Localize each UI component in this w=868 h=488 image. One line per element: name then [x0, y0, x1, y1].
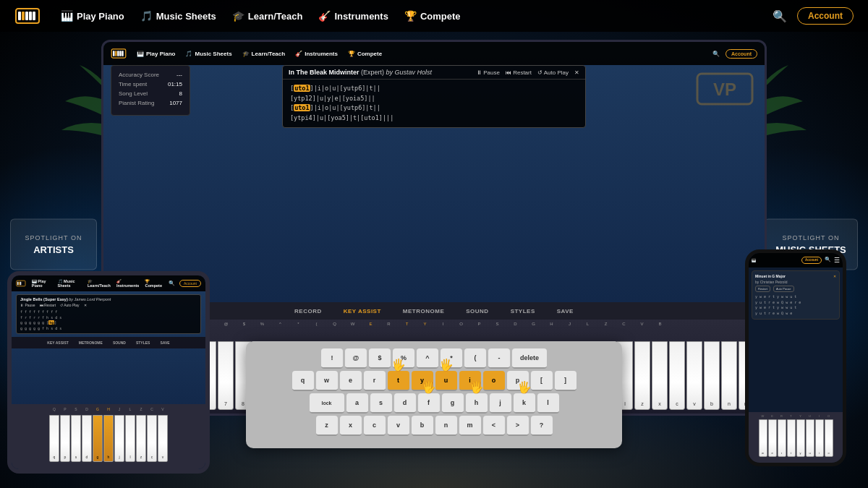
nav-play-piano[interactable]: 🎹 Play Piano — [61, 10, 124, 22]
pause-btn[interactable]: ⏸ Pause — [476, 69, 500, 76]
kb-key-q[interactable]: q — [292, 371, 314, 391]
kb-key-a[interactable]: a — [346, 393, 368, 414]
piano-key-b[interactable]: b — [704, 341, 720, 410]
kb-key-t[interactable]: t 🖐 — [388, 371, 409, 391]
pwk-u[interactable]: u — [806, 419, 814, 457]
twk-Q[interactable]: q — [49, 415, 59, 462]
kb-key-([interactable]: ( — [464, 348, 486, 369]
piano-key-x[interactable]: x — [652, 341, 668, 410]
nav-learn-teach[interactable]: 🎓 Learn/Teach — [232, 10, 303, 22]
tablet-nav-instruments[interactable]: 🎸 Instruments — [116, 279, 139, 288]
tablet-metronome[interactable]: METRONOME — [79, 341, 103, 345]
kb-key-z[interactable]: z — [316, 416, 338, 436]
pwk-i[interactable]: i — [815, 419, 824, 457]
kb-key-n[interactable]: n — [435, 416, 457, 436]
kb-key-u[interactable]: u 🖐 — [435, 371, 457, 391]
pwk-w[interactable]: w — [759, 419, 767, 457]
phone-menu[interactable]: ☰ — [834, 257, 840, 264]
kb-key-x[interactable]: x — [340, 416, 362, 436]
tablet-styles[interactable]: STYLES — [136, 341, 150, 345]
monitor-nav-play-piano[interactable]: 🎹Play Piano — [137, 51, 175, 57]
pwk-t[interactable]: t — [787, 419, 796, 457]
tablet-save[interactable]: SAVE — [160, 341, 169, 345]
kb-key-w[interactable]: w — [316, 371, 338, 391]
key-assist-btn[interactable]: KEY ASSIST — [344, 308, 381, 314]
kb-key-$[interactable]: $ — [369, 348, 391, 369]
tablet-nav-compete[interactable]: 🏆 Compete — [145, 279, 163, 288]
search-button[interactable]: 🔍 — [773, 9, 787, 23]
piano-key-z[interactable]: z — [634, 341, 650, 410]
kb-key-r[interactable]: r — [364, 371, 386, 391]
phone-account[interactable]: Account — [801, 257, 822, 264]
kb-key-b[interactable]: b — [412, 416, 433, 436]
kb-key-e[interactable]: e — [340, 371, 362, 391]
kb-key-gt[interactable]: > — [507, 416, 529, 436]
spotlight-artists[interactable]: Spotlight On ARTISTS — [10, 218, 97, 270]
close-btn[interactable]: ✕ — [574, 69, 579, 76]
twk-h[interactable]: h — [103, 415, 114, 462]
piano-key-c[interactable]: c — [669, 341, 685, 410]
phone-restart-btn[interactable]: Restart — [755, 286, 770, 292]
monitor-search[interactable]: 🔍 — [712, 51, 720, 57]
kb-key-[[interactable]: [ — [531, 371, 553, 391]
nav-logo[interactable] — [14, 6, 41, 26]
phone-pause-btn[interactable]: Auto Pause — [773, 286, 794, 292]
twk-g[interactable]: g — [93, 415, 103, 462]
monitor-account-btn[interactable]: Account — [726, 49, 757, 59]
twk-s[interactable]: s — [71, 415, 81, 462]
twk-d[interactable]: d — [82, 415, 92, 462]
phone-search[interactable]: 🔍 — [825, 257, 831, 264]
twk-v[interactable]: v — [158, 415, 168, 462]
kb-key-s[interactable]: s — [370, 393, 392, 414]
piano-key-v[interactable]: v — [686, 341, 702, 410]
nav-compete[interactable]: 🏆 Compete — [404, 10, 461, 22]
kb-key-h[interactable]: h 🖐 — [466, 393, 488, 414]
kb-key-j[interactable]: j — [490, 393, 511, 414]
phone-close[interactable]: ✕ — [833, 274, 836, 279]
styles-btn[interactable]: STYLES — [511, 308, 535, 314]
tablet-restart[interactable]: ⏮ Restart — [40, 303, 56, 307]
tablet-close[interactable]: ✕ — [84, 303, 87, 307]
tablet-nav-sheets[interactable]: 🎵 Music Sheets — [58, 279, 82, 288]
pwk-o[interactable]: o — [825, 419, 833, 457]
restart-btn[interactable]: ⏮ Restart — [506, 69, 532, 76]
kb-key-][interactable]: ] — [555, 371, 576, 391]
nav-music-sheets[interactable]: 🎵 Music Sheets — [140, 10, 216, 22]
sound-btn[interactable]: SOUND — [466, 308, 488, 314]
kb-key-@[interactable]: @ — [345, 348, 367, 369]
monitor-nav-instruments[interactable]: 🎸Instruments — [295, 51, 338, 57]
piano-key-7[interactable]: 7 — [218, 341, 234, 410]
piano-key-n[interactable]: n — [721, 341, 737, 410]
kb-key-l[interactable]: l — [537, 393, 559, 414]
twk-c[interactable]: c — [147, 415, 157, 462]
tablet-nav-learn[interactable]: 🎓 Learn/Teach — [88, 279, 111, 288]
save-btn[interactable]: SAVE — [557, 308, 574, 314]
kb-key-lock[interactable]: lock — [310, 393, 344, 414]
tablet-sound[interactable]: SOUND — [113, 341, 126, 345]
tablet-pause[interactable]: ⏸ Pause — [20, 303, 35, 307]
kb-key-^[interactable]: ^ — [417, 348, 438, 369]
twk-l[interactable]: l — [125, 415, 135, 462]
twk-z[interactable]: z — [136, 415, 146, 462]
autoplay-btn[interactable]: ↺ Auto Play — [537, 69, 569, 76]
kb-key-c[interactable]: c — [364, 416, 386, 436]
tablet-account[interactable]: Account — [179, 280, 201, 287]
pwk-e[interactable]: e — [768, 419, 777, 457]
kb-key-d[interactable]: d — [394, 393, 416, 414]
tablet-search[interactable]: 🔍 — [169, 281, 175, 286]
metronome-btn[interactable]: METRONOME — [403, 308, 444, 314]
nav-instruments[interactable]: 🎸 Instruments — [318, 10, 388, 22]
kb-key-f[interactable]: f 🖐 — [418, 393, 440, 414]
pwk-y[interactable]: y — [796, 419, 805, 457]
kb-key-m[interactable]: m — [459, 416, 481, 436]
kb-key-?[interactable]: ? — [531, 416, 553, 436]
kb-key--[interactable]: - — [488, 348, 510, 369]
tablet-key-assist[interactable]: KEY ASSIST — [47, 341, 68, 345]
kb-key-k[interactable]: k 🖐 — [514, 393, 535, 414]
kb-key-lt[interactable]: < — [483, 416, 505, 436]
monitor-nav-compete[interactable]: 🏆Compete — [348, 51, 382, 57]
tablet-autoplay[interactable]: ↺ Auto Play — [60, 303, 80, 307]
monitor-nav-learn-teach[interactable]: 🎓Learn/Teach — [242, 51, 286, 57]
kb-key-![interactable]: ! — [321, 348, 343, 369]
twk-j[interactable]: j — [114, 415, 124, 462]
